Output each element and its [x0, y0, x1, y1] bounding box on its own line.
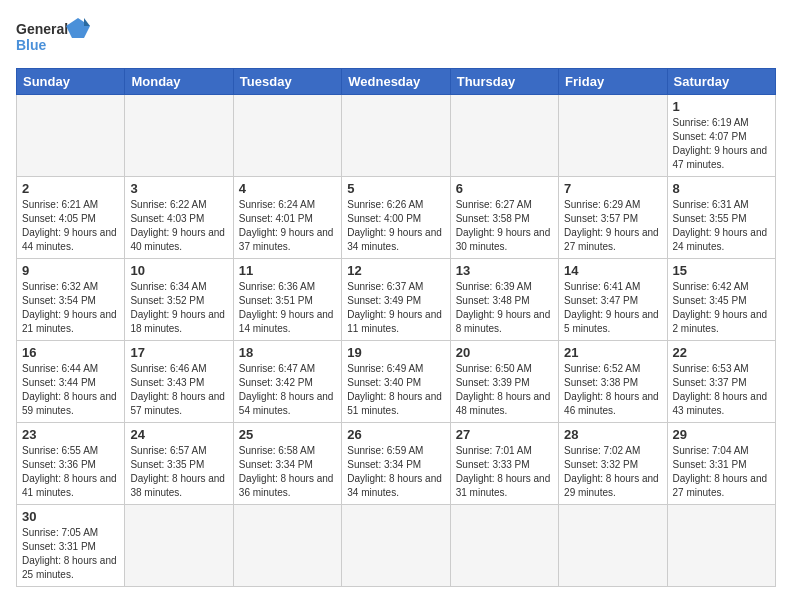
calendar-cell: 2Sunrise: 6:21 AM Sunset: 4:05 PM Daylig… — [17, 177, 125, 259]
day-number: 21 — [564, 345, 661, 360]
calendar-cell: 13Sunrise: 6:39 AM Sunset: 3:48 PM Dayli… — [450, 259, 558, 341]
day-info: Sunrise: 6:52 AM Sunset: 3:38 PM Dayligh… — [564, 362, 661, 418]
day-info: Sunrise: 6:26 AM Sunset: 4:00 PM Dayligh… — [347, 198, 444, 254]
day-info: Sunrise: 6:24 AM Sunset: 4:01 PM Dayligh… — [239, 198, 336, 254]
day-number: 8 — [673, 181, 770, 196]
weekday-header-wednesday: Wednesday — [342, 69, 450, 95]
calendar-cell: 26Sunrise: 6:59 AM Sunset: 3:34 PM Dayli… — [342, 423, 450, 505]
day-number: 24 — [130, 427, 227, 442]
day-info: Sunrise: 6:57 AM Sunset: 3:35 PM Dayligh… — [130, 444, 227, 500]
day-number: 10 — [130, 263, 227, 278]
header: General Blue — [16, 16, 776, 60]
day-number: 6 — [456, 181, 553, 196]
calendar-cell: 16Sunrise: 6:44 AM Sunset: 3:44 PM Dayli… — [17, 341, 125, 423]
calendar-week-5: 23Sunrise: 6:55 AM Sunset: 3:36 PM Dayli… — [17, 423, 776, 505]
calendar-cell: 4Sunrise: 6:24 AM Sunset: 4:01 PM Daylig… — [233, 177, 341, 259]
general-blue-logo-icon: General Blue — [16, 16, 96, 60]
day-number: 17 — [130, 345, 227, 360]
day-info: Sunrise: 6:59 AM Sunset: 3:34 PM Dayligh… — [347, 444, 444, 500]
calendar-cell — [17, 95, 125, 177]
weekday-header-friday: Friday — [559, 69, 667, 95]
day-number: 29 — [673, 427, 770, 442]
svg-marker-2 — [66, 18, 90, 38]
calendar-cell: 22Sunrise: 6:53 AM Sunset: 3:37 PM Dayli… — [667, 341, 775, 423]
calendar-cell: 24Sunrise: 6:57 AM Sunset: 3:35 PM Dayli… — [125, 423, 233, 505]
calendar-cell: 7Sunrise: 6:29 AM Sunset: 3:57 PM Daylig… — [559, 177, 667, 259]
svg-text:Blue: Blue — [16, 37, 47, 53]
day-info: Sunrise: 6:32 AM Sunset: 3:54 PM Dayligh… — [22, 280, 119, 336]
calendar-week-2: 2Sunrise: 6:21 AM Sunset: 4:05 PM Daylig… — [17, 177, 776, 259]
day-info: Sunrise: 6:53 AM Sunset: 3:37 PM Dayligh… — [673, 362, 770, 418]
day-info: Sunrise: 6:39 AM Sunset: 3:48 PM Dayligh… — [456, 280, 553, 336]
day-number: 28 — [564, 427, 661, 442]
calendar-cell — [125, 95, 233, 177]
calendar-week-6: 30Sunrise: 7:05 AM Sunset: 3:31 PM Dayli… — [17, 505, 776, 587]
weekday-header-row: SundayMondayTuesdayWednesdayThursdayFrid… — [17, 69, 776, 95]
calendar-cell: 21Sunrise: 6:52 AM Sunset: 3:38 PM Dayli… — [559, 341, 667, 423]
calendar-cell — [450, 95, 558, 177]
calendar-cell: 27Sunrise: 7:01 AM Sunset: 3:33 PM Dayli… — [450, 423, 558, 505]
calendar-cell: 19Sunrise: 6:49 AM Sunset: 3:40 PM Dayli… — [342, 341, 450, 423]
logo: General Blue — [16, 16, 96, 60]
weekday-header-thursday: Thursday — [450, 69, 558, 95]
day-number: 2 — [22, 181, 119, 196]
day-number: 9 — [22, 263, 119, 278]
calendar-cell — [125, 505, 233, 587]
day-info: Sunrise: 6:46 AM Sunset: 3:43 PM Dayligh… — [130, 362, 227, 418]
calendar-cell: 5Sunrise: 6:26 AM Sunset: 4:00 PM Daylig… — [342, 177, 450, 259]
day-info: Sunrise: 6:36 AM Sunset: 3:51 PM Dayligh… — [239, 280, 336, 336]
calendar-table: SundayMondayTuesdayWednesdayThursdayFrid… — [16, 68, 776, 587]
day-number: 5 — [347, 181, 444, 196]
day-info: Sunrise: 6:34 AM Sunset: 3:52 PM Dayligh… — [130, 280, 227, 336]
calendar-cell — [450, 505, 558, 587]
day-info: Sunrise: 6:44 AM Sunset: 3:44 PM Dayligh… — [22, 362, 119, 418]
day-info: Sunrise: 6:27 AM Sunset: 3:58 PM Dayligh… — [456, 198, 553, 254]
day-number: 20 — [456, 345, 553, 360]
day-number: 26 — [347, 427, 444, 442]
weekday-header-saturday: Saturday — [667, 69, 775, 95]
calendar-cell: 14Sunrise: 6:41 AM Sunset: 3:47 PM Dayli… — [559, 259, 667, 341]
day-number: 4 — [239, 181, 336, 196]
calendar-cell: 18Sunrise: 6:47 AM Sunset: 3:42 PM Dayli… — [233, 341, 341, 423]
day-number: 19 — [347, 345, 444, 360]
day-info: Sunrise: 6:42 AM Sunset: 3:45 PM Dayligh… — [673, 280, 770, 336]
day-number: 27 — [456, 427, 553, 442]
day-number: 23 — [22, 427, 119, 442]
svg-text:General: General — [16, 21, 68, 37]
day-info: Sunrise: 6:19 AM Sunset: 4:07 PM Dayligh… — [673, 116, 770, 172]
day-number: 13 — [456, 263, 553, 278]
day-number: 1 — [673, 99, 770, 114]
calendar-cell: 29Sunrise: 7:04 AM Sunset: 3:31 PM Dayli… — [667, 423, 775, 505]
calendar-cell: 30Sunrise: 7:05 AM Sunset: 3:31 PM Dayli… — [17, 505, 125, 587]
day-info: Sunrise: 7:02 AM Sunset: 3:32 PM Dayligh… — [564, 444, 661, 500]
day-number: 30 — [22, 509, 119, 524]
day-info: Sunrise: 6:31 AM Sunset: 3:55 PM Dayligh… — [673, 198, 770, 254]
day-number: 12 — [347, 263, 444, 278]
calendar-cell: 15Sunrise: 6:42 AM Sunset: 3:45 PM Dayli… — [667, 259, 775, 341]
calendar-week-4: 16Sunrise: 6:44 AM Sunset: 3:44 PM Dayli… — [17, 341, 776, 423]
day-info: Sunrise: 6:50 AM Sunset: 3:39 PM Dayligh… — [456, 362, 553, 418]
calendar-cell — [667, 505, 775, 587]
calendar-cell: 17Sunrise: 6:46 AM Sunset: 3:43 PM Dayli… — [125, 341, 233, 423]
calendar-cell: 8Sunrise: 6:31 AM Sunset: 3:55 PM Daylig… — [667, 177, 775, 259]
day-info: Sunrise: 6:55 AM Sunset: 3:36 PM Dayligh… — [22, 444, 119, 500]
day-number: 7 — [564, 181, 661, 196]
calendar-cell: 25Sunrise: 6:58 AM Sunset: 3:34 PM Dayli… — [233, 423, 341, 505]
day-info: Sunrise: 6:21 AM Sunset: 4:05 PM Dayligh… — [22, 198, 119, 254]
calendar-cell — [342, 505, 450, 587]
day-number: 11 — [239, 263, 336, 278]
weekday-header-sunday: Sunday — [17, 69, 125, 95]
day-info: Sunrise: 7:01 AM Sunset: 3:33 PM Dayligh… — [456, 444, 553, 500]
day-number: 25 — [239, 427, 336, 442]
day-number: 3 — [130, 181, 227, 196]
day-number: 22 — [673, 345, 770, 360]
calendar-cell: 28Sunrise: 7:02 AM Sunset: 3:32 PM Dayli… — [559, 423, 667, 505]
calendar-cell: 11Sunrise: 6:36 AM Sunset: 3:51 PM Dayli… — [233, 259, 341, 341]
day-info: Sunrise: 6:37 AM Sunset: 3:49 PM Dayligh… — [347, 280, 444, 336]
calendar-cell: 12Sunrise: 6:37 AM Sunset: 3:49 PM Dayli… — [342, 259, 450, 341]
calendar-week-3: 9Sunrise: 6:32 AM Sunset: 3:54 PM Daylig… — [17, 259, 776, 341]
day-number: 15 — [673, 263, 770, 278]
day-info: Sunrise: 6:47 AM Sunset: 3:42 PM Dayligh… — [239, 362, 336, 418]
day-info: Sunrise: 6:41 AM Sunset: 3:47 PM Dayligh… — [564, 280, 661, 336]
day-info: Sunrise: 6:22 AM Sunset: 4:03 PM Dayligh… — [130, 198, 227, 254]
